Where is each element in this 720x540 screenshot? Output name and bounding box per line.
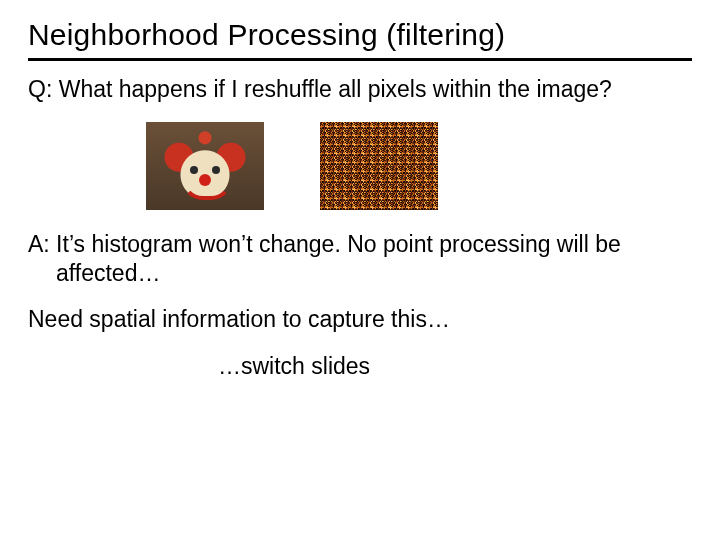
switch-text: …switch slides: [28, 352, 692, 381]
slide-body: Q: What happens if I reshuffle all pixel…: [28, 75, 692, 381]
title-underline: [28, 58, 692, 61]
slide: Neighborhood Processing (filtering) Q: W…: [0, 0, 720, 540]
question-text: Q: What happens if I reshuffle all pixel…: [28, 75, 692, 104]
shuffled-image: [320, 122, 438, 210]
slide-title: Neighborhood Processing (filtering): [28, 18, 692, 52]
original-image: [146, 122, 264, 210]
answer-text: A: It’s histogram won’t change. No point…: [28, 230, 692, 288]
image-row: [146, 122, 692, 210]
need-text: Need spatial information to capture this…: [28, 305, 692, 334]
